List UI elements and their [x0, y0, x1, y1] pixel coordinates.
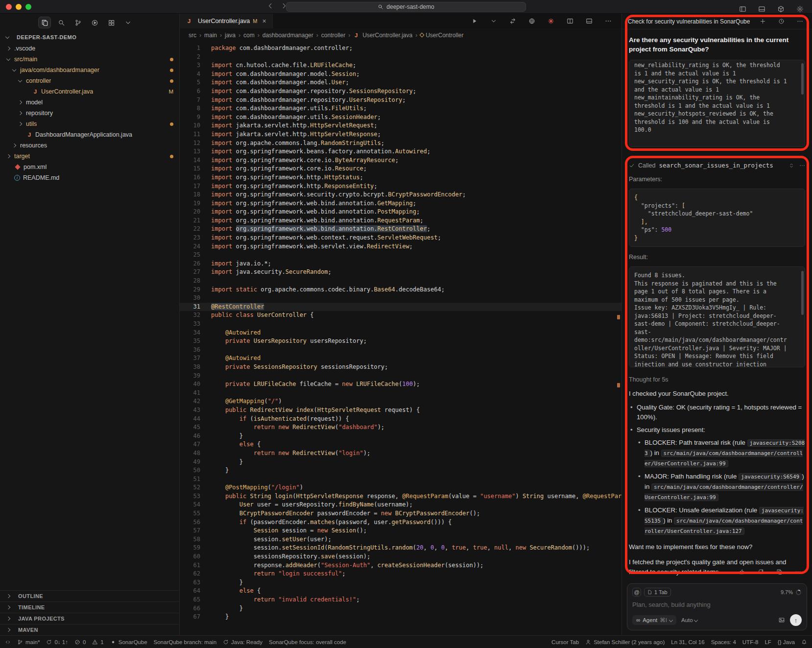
code-line-48[interactable]: 48 return new RedirectView("login");	[180, 449, 621, 458]
model-selector[interactable]: Auto	[681, 617, 697, 623]
expand-tool-icon[interactable]	[788, 163, 794, 168]
code-line-33[interactable]: 33	[180, 320, 621, 329]
window-controls[interactable]	[6, 4, 31, 10]
code-line-64[interactable]: 64 else {	[180, 587, 621, 596]
code-line-17[interactable]: 17import org.springframework.http.Respon…	[180, 182, 621, 191]
close-tab-icon[interactable]: ×	[262, 17, 266, 25]
code-line-45[interactable]: 45 return new RedirectView("dashboard");	[180, 423, 621, 432]
chat-thread-title[interactable]: Check for security vulnerabilities in So…	[628, 18, 750, 25]
thumbs-down[interactable]	[754, 566, 767, 577]
tree-item-repository[interactable]: repository	[0, 108, 179, 119]
code-line-41[interactable]: 41	[180, 389, 621, 398]
tool-more-icon[interactable]	[799, 163, 805, 168]
code-line-11[interactable]: 11import jakarta.servlet.http.HttpServle…	[180, 130, 621, 139]
add-context-button[interactable]: @	[632, 588, 641, 597]
compare-changes[interactable]	[506, 15, 519, 27]
code-line-44[interactable]: 44 if (isAuthenticated(request)) {	[180, 415, 621, 424]
panel-header-timeline[interactable]: TIMELINE	[0, 601, 179, 613]
tree-item-pom-xml[interactable]: pom.xml	[0, 162, 179, 172]
breadcrumb-main[interactable]: main	[204, 32, 217, 39]
quality-gate-output-block[interactable]: new_reliability_rating is OK, the thresh…	[629, 60, 805, 147]
more-actions[interactable]	[602, 15, 615, 27]
run-dropdown[interactable]	[487, 15, 500, 27]
code-line-7[interactable]: 7import com.dashboardmanager.repository.…	[180, 96, 621, 105]
code-line-42[interactable]: 42 @GetMapping("/")	[180, 397, 621, 406]
command-center-search[interactable]: deeper-sast-demo	[286, 2, 526, 12]
cursor-position[interactable]: Ln 31, Col 16	[671, 639, 704, 645]
code-line-57[interactable]: 57 Session session = new Session();	[180, 527, 621, 535]
go-to-symbol[interactable]	[525, 15, 538, 27]
cursor-logo[interactable]	[774, 3, 787, 15]
code-line-63[interactable]: 63 }	[180, 578, 621, 587]
code-line-58[interactable]: 58 session.setUser(user);	[180, 535, 621, 544]
code-line-34[interactable]: 34 @Autowired	[180, 329, 621, 337]
cursor-tab-status[interactable]: Cursor Tab	[551, 639, 579, 645]
code-line-65[interactable]: 65 return "invalid credentials!";	[180, 596, 621, 604]
breadcrumb-com[interactable]: com	[243, 32, 255, 39]
chat-prompt-input[interactable]	[632, 601, 802, 608]
extensions-view[interactable]	[105, 17, 118, 28]
breadcrumb-src[interactable]: src	[189, 32, 196, 39]
context-chip-tab[interactable]: 1 Tab	[644, 588, 671, 597]
sonarqube[interactable]: SonarQube	[110, 639, 147, 645]
code-line-35[interactable]: 35 private UsersRepository usersReposito…	[180, 337, 621, 346]
chat-more[interactable]	[793, 16, 806, 27]
code-line-9[interactable]: 9import com.dashboardmanager.utils.Sessi…	[180, 113, 621, 122]
result-block[interactable]: Found 8 issues. This response is paginat…	[629, 266, 805, 367]
tree-item-target[interactable]: target	[0, 151, 179, 162]
code-line-39[interactable]: 39	[180, 372, 621, 381]
code-line-47[interactable]: 47 else {	[180, 440, 621, 449]
code-line-10[interactable]: 10import jakarta.servlet.http.HttpServle…	[180, 121, 621, 130]
code-line-66[interactable]: 66 }	[180, 604, 621, 613]
code-line-13[interactable]: 13import org.springframework.beans.facto…	[180, 147, 621, 156]
tree-item-java-com-dashboardmanager[interactable]: java/com/dashboardmanager	[0, 65, 179, 75]
remote-indicator[interactable]	[5, 639, 11, 645]
code-line-14[interactable]: 14import org.springframework.core.io.Byt…	[180, 156, 621, 165]
tree-item-readme-md[interactable]: iREADME.md	[0, 172, 179, 183]
code-line-8[interactable]: 8import com.dashboardmanager.utils.FileU…	[180, 104, 621, 113]
code-line-2[interactable]: 2	[180, 53, 621, 62]
tree-item-model[interactable]: model	[0, 97, 179, 108]
errors[interactable]: 0	[74, 639, 86, 645]
code-line-37[interactable]: 37 @Autowired	[180, 354, 621, 363]
code-line-26[interactable]: 26import java.io.*;	[180, 260, 621, 268]
code-line-19[interactable]: 19import org.springframework.web.bind.an…	[180, 199, 621, 208]
java-status[interactable]: Java: Ready	[223, 639, 263, 645]
code-line-12[interactable]: 12import org.apache.commons.lang.RandomS…	[180, 139, 621, 148]
more-views[interactable]	[121, 17, 134, 28]
code-line-20[interactable]: 20import org.springframework.web.bind.an…	[180, 208, 621, 216]
git-sync[interactable]: 0↓ 1↑	[46, 639, 68, 645]
code-line-53[interactable]: 53 public String login(HttpServletRespon…	[180, 492, 621, 501]
thumbs-up[interactable]	[736, 566, 748, 577]
toggle-primary-sidebar[interactable]	[736, 3, 749, 15]
send-button[interactable]: ↑	[790, 614, 802, 626]
search-view[interactable]	[55, 17, 68, 28]
breadcrumb-dashboardmanager[interactable]: dashboardmanager	[263, 32, 313, 39]
attach-image-icon[interactable]	[778, 617, 785, 624]
code-line-59[interactable]: 59 session.setSessionId(RandomStringUtil…	[180, 544, 621, 552]
code-line-23[interactable]: 23import org.springframework.web.context…	[180, 234, 621, 242]
code-line-49[interactable]: 49 }	[180, 458, 621, 467]
code-line-16[interactable]: 16import org.springframework.http.HttpSt…	[180, 173, 621, 182]
code-editor[interactable]: 1package com.dashboardmanager.controller…	[180, 42, 621, 635]
code-line-52[interactable]: 52 @PostMapping("/login")	[180, 483, 621, 492]
code-line-61[interactable]: 61 response.addHeader("Session-Auth", cr…	[180, 561, 621, 570]
feedback-more[interactable]	[791, 566, 804, 577]
tree-item--vscode[interactable]: .vscode	[0, 43, 179, 54]
breadcrumb-controller[interactable]: controller	[321, 32, 345, 39]
close-window-button[interactable]	[6, 4, 12, 10]
tree-item-usercontroller-java[interactable]: JUserController.javaM	[0, 86, 179, 97]
scrollbar-thumb[interactable]	[801, 63, 804, 95]
code-line-25[interactable]: 25	[180, 251, 621, 260]
code-line-55[interactable]: 55 BCryptPasswordEncoder passwordEncoder…	[180, 509, 621, 518]
chat-input-box[interactable]: @ 1 Tab 9.7% ∞ Agent ⌘I	[627, 583, 807, 630]
code-line-6[interactable]: 6import com.dashboardmanager.repository.…	[180, 87, 621, 96]
sonarqube-action[interactable]	[545, 15, 557, 27]
git-blame[interactable]: Stefan Schiller (2 years ago)	[585, 639, 665, 645]
project-root-row[interactable]: DEEPER-SAST-DEMO	[0, 31, 179, 43]
code-line-18[interactable]: 18import org.springframework.security.cr…	[180, 191, 621, 199]
breadcrumb-usercontroller[interactable]: UserController	[420, 32, 463, 39]
code-line-22[interactable]: 22import org.springframework.web.bind.an…	[180, 225, 621, 234]
code-line-43[interactable]: 43 public RedirectView index(HttpServlet…	[180, 406, 621, 415]
indentation[interactable]: Spaces: 4	[711, 639, 736, 645]
